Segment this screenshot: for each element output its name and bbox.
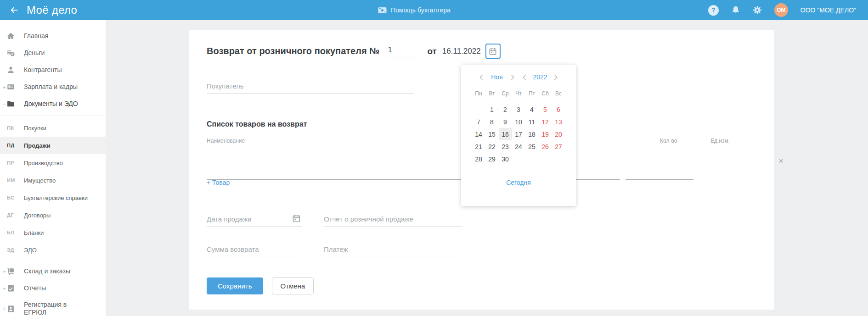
user-avatar[interactable]: ОМ bbox=[774, 3, 788, 17]
column-label-name: Наименование bbox=[207, 138, 245, 144]
calendar-day[interactable]: 17 bbox=[512, 128, 525, 140]
calendar-day[interactable]: 18 bbox=[525, 128, 539, 140]
next-year-chevron-icon[interactable] bbox=[551, 73, 561, 81]
prev-year-chevron-icon[interactable] bbox=[519, 73, 530, 81]
calendar-day[interactable]: 16 bbox=[499, 128, 512, 140]
sidebar-subitem-бс[interactable]: БСБухгалтерские справки bbox=[0, 189, 106, 206]
subitem-prefix: ДГ bbox=[7, 212, 24, 218]
date-picker-popup: Ноя 2022 ПнВтСрЧтПтСбВс 1234567891011121… bbox=[461, 65, 576, 206]
sale-date-calendar-icon[interactable] bbox=[292, 214, 301, 223]
buyer-input[interactable] bbox=[207, 82, 414, 94]
sidebar-subitem-бл[interactable]: БЛБланки bbox=[0, 224, 106, 241]
sidebar-subitem-дг[interactable]: ДГДоговоры bbox=[0, 206, 106, 224]
next-month-chevron-icon[interactable] bbox=[507, 73, 518, 81]
retail-sale-report-input[interactable] bbox=[324, 215, 462, 227]
calendar-empty-cell bbox=[512, 153, 525, 165]
calendar-day[interactable]: 20 bbox=[552, 128, 565, 140]
sidebar-item-label: Контрагенты bbox=[24, 66, 62, 74]
add-product-link[interactable]: + Товар bbox=[207, 179, 230, 186]
calendar-day[interactable]: 11 bbox=[525, 116, 539, 128]
help-icon[interactable]: ? bbox=[708, 5, 719, 16]
refund-amount-input[interactable] bbox=[207, 245, 302, 257]
expand-indicator[interactable]: + bbox=[2, 285, 6, 292]
calendar-day[interactable]: 30 bbox=[499, 153, 512, 165]
calendar-day[interactable]: 28 bbox=[472, 153, 485, 165]
calendar-day[interactable]: 10 bbox=[512, 116, 525, 128]
calendar-day[interactable]: 8 bbox=[485, 116, 499, 128]
sidebar-item-registration[interactable]: +Регистрация в ЕГРЮЛ bbox=[0, 297, 106, 316]
notifications-bell-icon[interactable] bbox=[731, 6, 740, 15]
sidebar-subitem-пд[interactable]: ПДПродажи bbox=[0, 137, 106, 154]
expand-indicator[interactable]: + bbox=[2, 268, 6, 275]
sidebar-item-salary[interactable]: +Зарплата и кадры bbox=[0, 78, 106, 95]
calendar-day[interactable]: 6 bbox=[552, 103, 565, 116]
weekday-header: Сб bbox=[539, 89, 552, 98]
accountant-help-link[interactable]: Помощь бухгалтера bbox=[378, 0, 451, 20]
products-list-heading: Список товаров на возврат bbox=[207, 120, 307, 128]
home-icon bbox=[7, 32, 15, 40]
expand-indicator[interactable]: + bbox=[2, 305, 6, 312]
product-quantity-input[interactable] bbox=[626, 168, 693, 180]
organization-name[interactable]: ООО "МОЕ ДЕЛО" bbox=[800, 6, 856, 14]
weekday-header: Чт bbox=[512, 89, 525, 98]
calendar-day[interactable]: 25 bbox=[525, 140, 539, 153]
warehouse-icon bbox=[7, 267, 15, 275]
sidebar-subitem-эд[interactable]: ЭДЭДО bbox=[0, 241, 106, 259]
app-logo[interactable]: Моё дело bbox=[27, 4, 77, 17]
sidebar-subitem-пк[interactable]: ПКПокупки bbox=[0, 119, 106, 137]
calendar-day[interactable]: 1 bbox=[485, 103, 499, 116]
calendar-day[interactable]: 4 bbox=[525, 103, 539, 116]
calendar-day[interactable]: 22 bbox=[485, 140, 499, 153]
delete-row-icon[interactable]: × bbox=[778, 156, 783, 165]
calendar-month-label[interactable]: Ноя bbox=[488, 73, 506, 81]
document-number-input[interactable] bbox=[387, 45, 420, 57]
date-picker-button[interactable] bbox=[485, 44, 501, 59]
calendar-empty-cell bbox=[552, 153, 565, 165]
payment-input[interactable] bbox=[324, 245, 462, 257]
sidebar-item-reports[interactable]: +Отчеты bbox=[0, 280, 106, 297]
sale-date-input[interactable] bbox=[207, 215, 302, 227]
prev-month-chevron-icon[interactable] bbox=[476, 73, 486, 81]
top-bar: Моё дело Помощь бухгалтера ? ОМ ООО "МОЕ… bbox=[0, 0, 868, 20]
back-arrow-icon[interactable] bbox=[9, 5, 19, 15]
weekday-header: Пн bbox=[472, 89, 485, 98]
sidebar-item-documents[interactable]: –Документы и ЭДО bbox=[0, 95, 106, 112]
sidebar-item-warehouse[interactable]: +Склад и заказы bbox=[0, 263, 106, 280]
calendar-day[interactable]: 3 bbox=[512, 103, 525, 116]
reports-icon bbox=[7, 284, 15, 292]
expand-indicator[interactable]: + bbox=[2, 83, 6, 90]
cancel-button[interactable]: Отмена bbox=[272, 277, 314, 294]
calendar-day[interactable]: 29 bbox=[485, 153, 499, 165]
calendar-day[interactable]: 15 bbox=[485, 128, 499, 140]
calendar-day[interactable]: 14 bbox=[472, 128, 485, 140]
calendar-day[interactable]: 26 bbox=[539, 140, 552, 153]
document-date-value[interactable]: 16.11.2022 bbox=[442, 47, 481, 56]
calendar-day[interactable]: 27 bbox=[552, 140, 565, 153]
calendar-today-link[interactable]: Сегодня bbox=[461, 179, 576, 186]
calendar-year-label[interactable]: 2022 bbox=[531, 73, 549, 81]
weekday-header: Вс bbox=[552, 89, 565, 98]
sidebar-subitem-пр[interactable]: ПРПроизводство bbox=[0, 154, 106, 172]
calendar-day[interactable]: 24 bbox=[512, 140, 525, 153]
expand-indicator[interactable]: – bbox=[2, 100, 6, 107]
calendar-day[interactable]: 19 bbox=[539, 128, 552, 140]
settings-gear-icon[interactable] bbox=[753, 6, 762, 15]
calendar-day[interactable]: 21 bbox=[472, 140, 485, 153]
sidebar-subitem-им[interactable]: ИМИмущество bbox=[0, 172, 106, 189]
sidebar: Главная₽ДеньгиКонтрагенты+Зарплата и кад… bbox=[0, 20, 106, 316]
calendar-empty-cell bbox=[539, 153, 552, 165]
calendar-day[interactable]: 9 bbox=[499, 116, 512, 128]
sidebar-item-money[interactable]: ₽Деньги bbox=[0, 44, 106, 61]
calendar-day[interactable]: 2 bbox=[499, 103, 512, 116]
sidebar-item-label: Зарплата и кадры bbox=[24, 83, 78, 91]
calendar-day[interactable]: 23 bbox=[499, 140, 512, 153]
calendar-day[interactable]: 7 bbox=[472, 116, 485, 128]
calendar-day[interactable]: 12 bbox=[539, 116, 552, 128]
money-icon: ₽ bbox=[7, 49, 15, 57]
save-button[interactable]: Сохранить bbox=[207, 277, 263, 294]
calendar-day[interactable]: 5 bbox=[539, 103, 552, 116]
sidebar-item-contractors[interactable]: Контрагенты bbox=[0, 61, 106, 78]
sidebar-item-label: Главная bbox=[24, 32, 48, 40]
sidebar-item-home[interactable]: Главная bbox=[0, 28, 106, 44]
calendar-day[interactable]: 13 bbox=[552, 116, 565, 128]
